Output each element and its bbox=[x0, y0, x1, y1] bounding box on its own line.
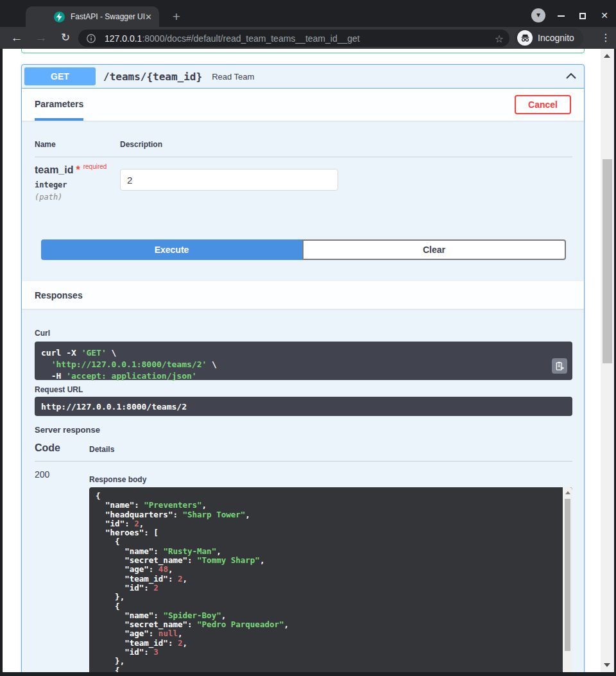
required-label: required bbox=[83, 163, 107, 170]
response-scrollbar-thumb[interactable] bbox=[565, 499, 570, 651]
code-line: }, bbox=[96, 593, 566, 602]
parameter-name: team_id bbox=[35, 164, 73, 175]
forward-icon[interactable]: → bbox=[32, 27, 50, 49]
page-scrollbar[interactable] bbox=[601, 49, 614, 672]
execute-button[interactable]: Execute bbox=[41, 239, 302, 260]
browser-toolbar: ← → ↻ 127.0.0.1:8000/docs#/default/read_… bbox=[0, 27, 616, 49]
code-line: "age": 48, bbox=[96, 565, 566, 574]
code-line: "id": 3 bbox=[96, 648, 566, 657]
close-button[interactable]: ✕ bbox=[598, 10, 611, 21]
code-line: "name": "Rusty-Man", bbox=[96, 547, 566, 556]
get-endpoint-block: GET /teams/{team_id} Read Team Parameter… bbox=[21, 64, 585, 672]
endpoint-summary: Read Team bbox=[212, 72, 254, 82]
response-table-divider bbox=[35, 461, 572, 462]
copy-clipboard-icon[interactable] bbox=[552, 358, 567, 374]
incognito-icon bbox=[517, 30, 533, 46]
menu-dots-icon[interactable]: ⋮ bbox=[601, 27, 611, 49]
request-url-value: http://127.0.0.1:8000/teams/2 bbox=[41, 402, 187, 412]
code-line: }, bbox=[96, 657, 566, 666]
page-scroll-down-icon[interactable] bbox=[604, 663, 610, 667]
code-line: "id": 2 bbox=[96, 584, 566, 593]
browser-window: FastAPI - Swagger UI ✕ + ▾ ✕ ← → ↻ 127.0… bbox=[0, 0, 616, 676]
code-line: 'http://127.0.0.1:8000/teams/2' \ bbox=[41, 359, 566, 370]
fastapi-favicon-icon bbox=[54, 12, 65, 22]
browser-tab[interactable]: FastAPI - Swagger UI ✕ bbox=[26, 6, 159, 27]
responses-section-header: Responses bbox=[22, 281, 584, 309]
method-badge: GET bbox=[24, 67, 96, 85]
tab-close-icon[interactable]: ✕ bbox=[145, 12, 152, 22]
execute-row: Execute Clear bbox=[41, 239, 566, 260]
clear-button[interactable]: Clear bbox=[302, 239, 566, 260]
response-scrollbar[interactable] bbox=[563, 487, 572, 672]
column-header-description: Description bbox=[120, 140, 162, 149]
request-url-block: http://127.0.0.1:8000/teams/2 bbox=[35, 397, 572, 416]
request-url-label: Request URL bbox=[35, 385, 83, 394]
window-controls: ▾ ✕ bbox=[531, 8, 611, 22]
code-line: "heroes": [ bbox=[96, 528, 566, 537]
code-line: "name": "Preventers", bbox=[96, 501, 566, 510]
endpoint-header[interactable]: GET /teams/{team_id} Read Team bbox=[22, 65, 584, 89]
site-info-icon[interactable] bbox=[86, 33, 96, 44]
responses-title: Responses bbox=[35, 290, 83, 300]
parameter-type: integer bbox=[35, 180, 119, 189]
url-bar[interactable]: 127.0.0.1:8000/docs#/default/read_team_t… bbox=[78, 30, 509, 47]
response-body-label: Response body bbox=[89, 475, 146, 484]
collapse-chevron-icon[interactable] bbox=[565, 70, 578, 83]
code-line: -H 'accept: application/json' bbox=[41, 370, 566, 382]
endpoint-path: /teams/{team_id} bbox=[103, 71, 202, 83]
curl-label: Curl bbox=[35, 329, 50, 338]
code-line: { bbox=[96, 492, 566, 501]
code-line: { bbox=[96, 537, 566, 546]
response-body-block: { "name": "Preventers", "headquarters": … bbox=[89, 487, 572, 672]
bookmark-star-icon[interactable]: ☆ bbox=[495, 33, 504, 45]
tab-strip: FastAPI - Swagger UI ✕ + ▾ ✕ bbox=[0, 0, 616, 27]
back-icon[interactable]: ← bbox=[8, 27, 26, 49]
maximize-button[interactable] bbox=[576, 10, 589, 21]
scroll-up-icon[interactable] bbox=[565, 491, 570, 494]
required-asterisk: * bbox=[76, 164, 80, 175]
code-line: "team_id": 2, bbox=[96, 639, 566, 648]
response-json-code: { "name": "Preventers", "headquarters": … bbox=[96, 492, 566, 672]
minimize-icon bbox=[558, 15, 565, 17]
code-line: { bbox=[96, 602, 566, 611]
table-divider bbox=[35, 157, 572, 157]
url-path: :8000/docs#/default/read_team_teams__tea… bbox=[142, 33, 359, 44]
code-line: "name": "Spider-Boy", bbox=[96, 611, 566, 620]
maximize-icon bbox=[579, 13, 586, 19]
code-line: "headquarters": "Sharp Tower", bbox=[96, 510, 566, 519]
previous-endpoint-block-bottom bbox=[21, 49, 585, 53]
browser-update-icon[interactable]: ▾ bbox=[531, 8, 545, 22]
parameter-name-cell: team_id*required integer (path) bbox=[35, 163, 119, 202]
code-line: "id": 2, bbox=[96, 519, 566, 528]
incognito-label: Incognito bbox=[538, 33, 574, 43]
page-content: GET /teams/{team_id} Read Team Parameter… bbox=[3, 49, 614, 672]
column-header-name: Name bbox=[35, 140, 56, 149]
url-text: 127.0.0.1:8000/docs#/default/read_team_t… bbox=[105, 33, 360, 44]
page-scrollbar-thumb[interactable] bbox=[603, 159, 612, 363]
url-host: 127.0.0.1 bbox=[105, 33, 142, 44]
details-column-header: Details bbox=[89, 445, 114, 454]
parameter-location: (path) bbox=[35, 193, 119, 202]
caret-down-icon: ▾ bbox=[536, 10, 540, 19]
code-line: "team_id": 2, bbox=[96, 575, 566, 584]
team-id-input[interactable] bbox=[120, 169, 338, 191]
new-tab-button[interactable]: + bbox=[168, 8, 185, 25]
code-line: curl -X 'GET' \ bbox=[41, 347, 566, 359]
cancel-button[interactable]: Cancel bbox=[515, 95, 571, 114]
minimize-button[interactable] bbox=[554, 10, 567, 21]
code-line: { bbox=[96, 666, 566, 672]
code-line: "secret_name": "Tommy Sharp", bbox=[96, 556, 566, 565]
parameters-section-header: Parameters Cancel bbox=[22, 89, 584, 121]
status-code: 200 bbox=[35, 469, 49, 480]
curl-command-block: curl -X 'GET' \ 'http://127.0.0.1:8000/t… bbox=[35, 342, 572, 380]
curl-code: curl -X 'GET' \ 'http://127.0.0.1:8000/t… bbox=[41, 347, 566, 382]
reload-icon[interactable]: ↻ bbox=[56, 27, 74, 49]
tab-title: FastAPI - Swagger UI bbox=[71, 12, 145, 21]
code-column-header: Code bbox=[35, 442, 60, 454]
tab-parameters[interactable]: Parameters bbox=[35, 89, 83, 121]
code-line: "secret_name": "Pedro Parqueador", bbox=[96, 620, 566, 629]
page-scroll-up-icon[interactable] bbox=[604, 54, 610, 58]
server-response-label: Server response bbox=[35, 425, 100, 435]
code-line: "age": null, bbox=[96, 629, 566, 638]
incognito-badge: Incognito bbox=[515, 28, 583, 48]
